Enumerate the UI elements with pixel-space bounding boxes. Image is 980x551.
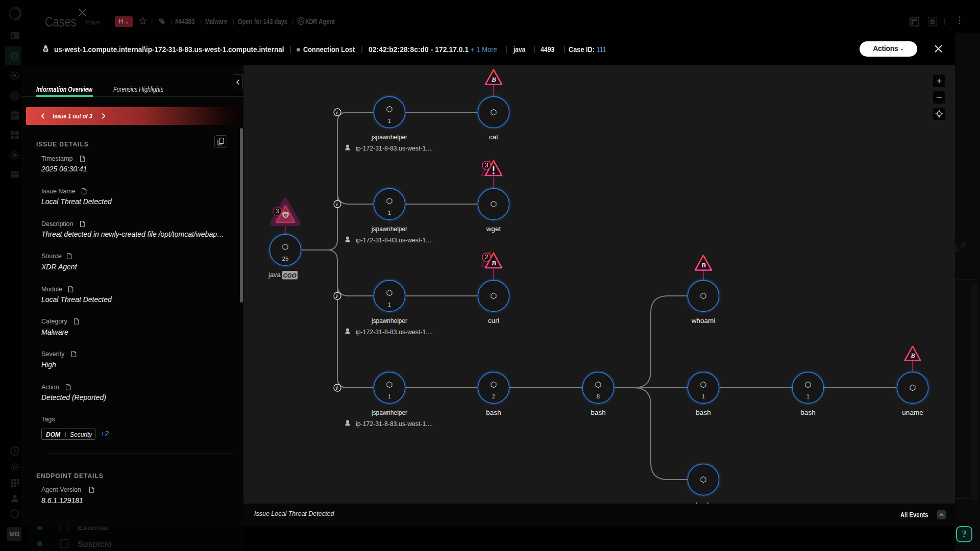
svg-text:ip-172-31-8-83.us-west-1....: ip-172-31-8-83.us-west-1.... [356, 144, 433, 152]
svg-text:uname: uname [902, 409, 923, 416]
svg-text:bash: bash [591, 409, 605, 416]
svg-text:jspawnhelper: jspawnhelper [371, 225, 407, 233]
svg-text:2: 2 [492, 393, 495, 399]
svg-text:1: 1 [806, 393, 810, 399]
svg-text:2: 2 [485, 254, 488, 261]
svg-text:wget: wget [486, 225, 501, 233]
svg-text:bash: bash [696, 409, 710, 416]
svg-text:jspawnhelper: jspawnhelper [371, 317, 407, 324]
svg-text:ip-172-31-8-83.us-west-1....: ip-172-31-8-83.us-west-1.... [356, 328, 433, 336]
svg-text:CGO: CGO [283, 272, 296, 279]
svg-text:bash: bash [800, 409, 815, 416]
svg-text:curl: curl [488, 317, 499, 324]
svg-text:ip-172-31-8-83.us-west-1....: ip-172-31-8-83.us-west-1.... [356, 420, 433, 428]
svg-text:ip-172-31-8-83.us-west-1....: ip-172-31-8-83.us-west-1.... [356, 236, 433, 244]
svg-text:25: 25 [282, 256, 289, 262]
svg-text:3: 3 [276, 208, 279, 215]
svg-text:1: 1 [388, 393, 391, 399]
svg-text:bash: bash [486, 409, 501, 416]
svg-text:1: 1 [388, 118, 391, 124]
svg-text:1: 1 [388, 302, 391, 308]
svg-text:1: 1 [702, 393, 705, 399]
svg-text:jspawnhelper: jspawnhelper [371, 133, 407, 141]
svg-text:jspawnhelper: jspawnhelper [371, 409, 407, 416]
svg-text:java: java [268, 271, 281, 279]
svg-text:1: 1 [388, 210, 391, 216]
svg-text:whoami: whoami [691, 317, 716, 324]
svg-text:3: 3 [485, 162, 488, 169]
svg-text:8: 8 [597, 393, 600, 399]
svg-text:cat: cat [489, 133, 498, 141]
